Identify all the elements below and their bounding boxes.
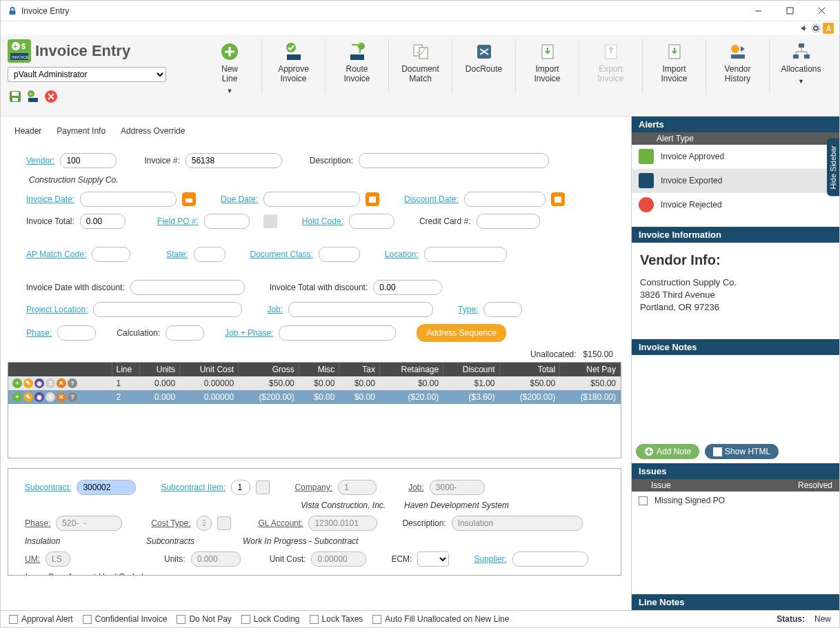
alert-row-approved[interactable]: Invoice Approved <box>632 145 839 169</box>
sub-item-label[interactable]: Subcontract Item: <box>161 483 226 492</box>
invoice-num-input[interactable] <box>186 153 282 168</box>
ribbon-allocations[interactable]: Allocations▼ <box>769 39 832 94</box>
ribbon-new-line[interactable]: NewLine▼ <box>198 39 261 94</box>
ribbon-document-match[interactable]: DocumentMatch <box>388 39 452 94</box>
hold-code-input[interactable] <box>349 214 394 229</box>
proj-loc-input[interactable] <box>93 302 242 317</box>
type-input[interactable] <box>483 302 522 317</box>
doc-class-input[interactable] <box>319 247 360 262</box>
invoice-date-input[interactable] <box>80 192 177 207</box>
job-input[interactable] <box>288 302 433 317</box>
field-po-label[interactable]: Field PO #: <box>157 216 199 226</box>
sub-item-lookup-icon[interactable] <box>256 480 270 494</box>
top-right-icons: A <box>1 21 839 35</box>
state-input[interactable] <box>194 247 226 262</box>
issue-row[interactable]: Missing Signed PO <box>632 492 839 509</box>
tab-payment-info[interactable]: Payment Info <box>57 126 106 140</box>
discount-date-input[interactable] <box>464 192 546 207</box>
calc-input[interactable] <box>166 325 204 341</box>
tab-address-override[interactable]: Address Override <box>121 126 185 140</box>
footer-check-lock-taxes[interactable]: Lock Taxes <box>310 614 363 624</box>
location-label[interactable]: Location: <box>385 250 419 259</box>
user-select[interactable]: pVault Administrator <box>8 67 166 82</box>
ribbon-vendor-history[interactable]: VendorHistory <box>706 39 769 94</box>
alert-row-rejected[interactable]: Invoice Rejected <box>632 193 839 217</box>
svg-point-5 <box>814 26 818 30</box>
lock-icon <box>8 6 17 16</box>
job-label[interactable]: Job: <box>267 305 283 314</box>
svg-rect-37 <box>799 43 804 48</box>
phase-input[interactable] <box>57 325 96 341</box>
footer-check-auto-fill-unallocated-on-new-line[interactable]: Auto Fill Unallocated on New Line <box>372 614 509 624</box>
svg-text:A: A <box>826 25 831 32</box>
job-phase-input[interactable] <box>279 325 396 341</box>
ecm-select[interactable] <box>417 551 449 567</box>
approved-icon <box>639 149 654 164</box>
supplier-label[interactable]: Supplier: <box>474 554 506 564</box>
ribbon-route-invoice[interactable]: RouteInvoice <box>325 39 388 94</box>
info-icon[interactable]: A <box>823 23 834 34</box>
vendor-label[interactable]: Vendor: <box>26 156 54 165</box>
ribbon-docroute[interactable]: DocRoute <box>452 39 515 94</box>
ribbon-approve-invoice[interactable]: ApproveInvoice <box>261 39 325 94</box>
subcontract-input[interactable] <box>77 480 136 495</box>
save-icon[interactable] <box>8 89 23 104</box>
phase-label[interactable]: Phase: <box>26 328 52 338</box>
gl-name: Work In Progress - Subcontract <box>243 536 358 546</box>
po-lookup-icon[interactable] <box>263 214 277 228</box>
delete-icon[interactable] <box>43 89 59 104</box>
issue-checkbox[interactable] <box>639 496 648 505</box>
ribbon-import-invoice[interactable]: ImportInvoice <box>642 39 706 94</box>
ap-match-label[interactable]: AP Match Code: <box>26 250 86 259</box>
hold-code-label[interactable]: Hold Code: <box>302 216 343 226</box>
description-input[interactable] <box>359 153 549 168</box>
svg-rect-26 <box>287 54 301 60</box>
invoice-date-label[interactable]: Invoice Date: <box>26 194 74 204</box>
due-date-input[interactable] <box>263 192 360 207</box>
lines-grid: LineUnitsUnit CostGrossMiscTaxRetainageD… <box>8 362 621 458</box>
alert-row-exported[interactable]: Invoice Exported <box>632 169 839 193</box>
footer-check-confidential-invoice[interactable]: Confidential Invoice <box>83 614 168 624</box>
pin-icon[interactable] <box>798 23 809 34</box>
type-label[interactable]: Type: <box>458 305 478 314</box>
vendor-input[interactable] <box>60 153 117 168</box>
credit-card-input[interactable] <box>477 214 540 229</box>
field-po-input[interactable] <box>204 214 250 229</box>
ecm-label: ECM: <box>391 554 412 564</box>
hide-sidebar-button[interactable]: Hide Sidebar <box>827 139 839 196</box>
calendar-icon[interactable] <box>551 192 565 206</box>
address-sequence-button[interactable]: Address Sequence <box>417 324 506 342</box>
ribbon-import-invoice[interactable]: ImportInvoice <box>515 39 579 94</box>
add-note-button[interactable]: Add Note <box>636 444 699 459</box>
calendar-icon[interactable] <box>182 192 196 206</box>
invoice-total-input[interactable] <box>80 214 126 229</box>
sub-item-input[interactable] <box>231 480 250 495</box>
calendar-icon[interactable] <box>366 192 379 206</box>
grid-row[interactable]: +✎◉$✕?20.0000.00000($200.00)$0.00$0.00($… <box>8 390 621 404</box>
inv-date-disc-input[interactable] <box>130 280 245 295</box>
footer-check-do-not-pay[interactable]: Do Not Pay <box>177 614 231 624</box>
footer-check-approval-alert[interactable]: Approval Alert <box>9 614 73 624</box>
maximize-button[interactable] <box>774 1 805 21</box>
footer-check-lock-coding[interactable]: Lock Coding <box>241 614 300 624</box>
job-phase-label[interactable]: Job + Phase: <box>225 328 273 338</box>
ap-match-input[interactable] <box>92 247 130 262</box>
state-label[interactable]: State: <box>166 250 188 259</box>
export-invoice-icon <box>601 42 621 61</box>
doc-class-label[interactable]: Document Class: <box>250 250 313 259</box>
gear-icon[interactable] <box>810 23 821 34</box>
save-invoice-icon[interactable]: + <box>26 89 41 104</box>
due-date-label[interactable]: Due Date: <box>221 194 258 204</box>
show-html-button[interactable]: Show HTML <box>705 444 779 459</box>
inv-total-disc-input[interactable] <box>373 280 442 295</box>
tab-header[interactable]: Header <box>14 126 41 140</box>
discount-date-label[interactable]: Discount Date: <box>404 194 459 204</box>
supplier-input[interactable] <box>512 551 588 567</box>
subcontract-label[interactable]: Subcontract: <box>25 483 71 492</box>
minimize-button[interactable] <box>743 1 773 21</box>
close-button[interactable] <box>806 1 837 21</box>
location-input[interactable] <box>424 247 507 262</box>
cost-type-lookup-icon[interactable] <box>217 516 231 530</box>
grid-row[interactable]: +✎◉$✕?10.0000.00000$50.00$0.00$0.00$0.00… <box>8 376 621 390</box>
proj-loc-label[interactable]: Project Location: <box>26 305 88 314</box>
